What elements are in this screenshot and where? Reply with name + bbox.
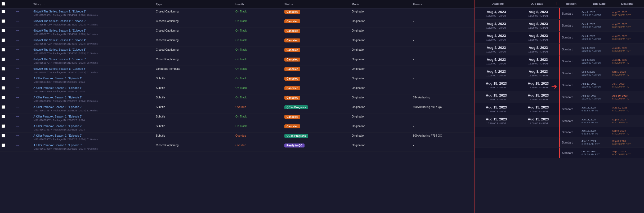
row-status-badge[interactable]: Canceled — [284, 38, 300, 42]
row-checkbox[interactable] — [2, 58, 5, 61]
row-checkbox[interactable] — [2, 115, 5, 118]
row-dot-cell[interactable]: ••• — [15, 142, 32, 152]
popup-due-time: 11:59:00 PM PDT — [518, 74, 558, 77]
row-checkbox-cell[interactable] — [0, 94, 15, 104]
row-title[interactable]: A Killer Paradox: Season 1: "Episode 1" — [33, 77, 153, 80]
row-status-badge[interactable]: QC in Progress — [284, 134, 308, 138]
row-checkbox[interactable] — [2, 144, 5, 147]
row-status-badge[interactable]: Canceled — [284, 96, 300, 100]
row-checkbox-cell[interactable] — [0, 18, 15, 28]
row-dot-cell[interactable]: ••• — [15, 114, 32, 123]
row-options-icon[interactable]: ••• — [16, 115, 19, 118]
row-dot-cell[interactable]: ••• — [15, 85, 32, 94]
row-checkbox-cell[interactable] — [0, 142, 15, 152]
row-checkbox[interactable] — [2, 134, 5, 137]
row-status-badge[interactable]: Canceled — [284, 124, 300, 128]
row-dot-cell[interactable]: ••• — [15, 133, 32, 142]
row-status-badge[interactable]: Canceled — [284, 10, 300, 14]
row-dot-cell[interactable]: ••• — [15, 8, 32, 18]
row-checkbox[interactable] — [2, 19, 5, 23]
row-checkbox-cell[interactable] — [0, 56, 15, 66]
row-options-icon[interactable]: ••• — [16, 10, 19, 13]
row-title[interactable]: A Killer Paradox: Season 1: "Episode 2" — [33, 134, 153, 137]
row-status-cell: Ready to QC — [283, 142, 350, 152]
row-checkbox[interactable] — [2, 38, 5, 42]
row-status-badge[interactable]: Canceled — [284, 77, 300, 81]
row-title[interactable]: A Killer Paradox: Season 1: "Episode 1" — [33, 86, 153, 89]
row-title[interactable]: A Killer Paradox: Season 1: "Episode 1" — [33, 96, 153, 99]
row-options-icon[interactable]: ••• — [16, 144, 19, 147]
col-health[interactable]: Health — [234, 0, 283, 8]
row-options-icon[interactable]: ••• — [16, 29, 19, 32]
row-title[interactable]: 6ixtyni9 The Series: Season 1: "Episode … — [33, 48, 153, 51]
row-checkbox[interactable] — [2, 67, 5, 71]
row-checkbox[interactable] — [2, 96, 5, 99]
row-options-icon[interactable]: ••• — [16, 105, 19, 108]
row-dot-cell[interactable]: ••• — [15, 66, 32, 75]
row-options-icon[interactable]: ••• — [16, 38, 19, 42]
row-title[interactable]: 6ixtyni9 The Series: Season 1: "Episode … — [33, 58, 153, 61]
row-options-icon[interactable]: ••• — [16, 86, 19, 89]
row-dot-cell[interactable]: ••• — [15, 123, 32, 133]
select-all-checkbox[interactable] — [2, 2, 5, 6]
row-title[interactable]: 6ixtyni9 The Series: Season 1: "Episode … — [33, 10, 153, 13]
row-checkbox-cell[interactable] — [0, 37, 15, 47]
row-checkbox-cell[interactable] — [0, 85, 15, 94]
row-status-badge[interactable]: Canceled — [284, 67, 300, 71]
row-checkbox[interactable] — [2, 86, 5, 90]
row-options-icon[interactable]: ••• — [16, 124, 19, 128]
row-checkbox-cell[interactable] — [0, 28, 15, 37]
row-options-icon[interactable]: ••• — [16, 77, 19, 80]
row-options-icon[interactable]: ••• — [16, 58, 19, 61]
row-dot-cell[interactable]: ••• — [15, 47, 32, 56]
row-title[interactable]: A Killer Paradox: Season 1: "Episode 3" — [33, 144, 153, 147]
row-status-badge[interactable]: Canceled — [284, 115, 300, 119]
row-options-icon[interactable]: ••• — [16, 134, 19, 137]
row-checkbox[interactable] — [2, 77, 5, 80]
row-dot-cell[interactable]: ••• — [15, 94, 32, 104]
row-options-icon[interactable]: ••• — [16, 96, 19, 99]
row-dot-cell[interactable]: ••• — [15, 37, 32, 47]
row-status-badge[interactable]: Canceled — [284, 86, 300, 90]
row-status-badge[interactable]: Canceled — [284, 19, 300, 23]
row-title[interactable]: A Killer Paradox: Season 1: "Episode 2" — [33, 115, 153, 118]
row-checkbox-cell[interactable] — [0, 133, 15, 142]
row-status-badge[interactable]: Canceled — [284, 29, 300, 33]
row-checkbox[interactable] — [2, 48, 5, 51]
row-title[interactable]: 6ixtyni9 The Series: Season 1: "Episode … — [33, 67, 153, 70]
row-checkbox-cell[interactable] — [0, 47, 15, 56]
row-dot-cell[interactable]: ••• — [15, 104, 32, 114]
row-title[interactable]: 6ixtyni9 The Series: Season 1: "Episode … — [33, 38, 153, 42]
col-title[interactable]: Title ↕↓ — [32, 0, 154, 8]
row-title[interactable]: 6ixtyni9 The Series: Season 1: "Episode … — [33, 19, 153, 23]
row-checkbox-cell[interactable] — [0, 123, 15, 133]
row-status-badge[interactable]: QC in Progress — [284, 105, 308, 109]
row-checkbox-cell[interactable] — [0, 66, 15, 75]
row-checkbox-cell[interactable] — [0, 114, 15, 123]
row-checkbox[interactable] — [2, 105, 5, 109]
row-checkbox[interactable] — [2, 10, 5, 13]
row-dot-cell[interactable]: ••• — [15, 28, 32, 37]
row-checkbox-cell[interactable] — [0, 104, 15, 114]
row-title[interactable]: A Killer Paradox: Season 1: "Episode 2" — [33, 105, 153, 108]
row-checkbox-cell[interactable] — [0, 8, 15, 18]
row-checkbox[interactable] — [2, 29, 5, 32]
row-options-icon[interactable]: ••• — [16, 67, 19, 70]
col-check[interactable] — [0, 0, 15, 8]
row-dot-cell[interactable]: ••• — [15, 75, 32, 85]
row-status-badge[interactable]: Canceled — [284, 48, 300, 52]
row-checkbox-cell[interactable] — [0, 75, 15, 85]
row-checkbox[interactable] — [2, 124, 5, 128]
popup-right-row: Standard Sep 4, 2023 11:29:00 AM PDT Aug… — [559, 32, 644, 43]
row-dot-cell[interactable]: ••• — [15, 18, 32, 28]
row-status-badge[interactable]: Canceled — [284, 58, 300, 62]
row-status-badge[interactable]: Ready to QC — [284, 144, 305, 147]
row-title[interactable]: 6ixtyni9 The Series: Season 1: "Episode … — [33, 29, 153, 32]
row-dot-cell[interactable]: ••• — [15, 56, 32, 66]
row-options-icon[interactable]: ••• — [16, 19, 19, 23]
row-options-icon[interactable]: ••• — [16, 48, 19, 51]
row-title[interactable]: A Killer Paradox: Season 1: "Episode 2" — [33, 124, 153, 128]
col-mode[interactable]: Mode — [350, 0, 411, 8]
col-type[interactable]: Type — [154, 0, 234, 8]
col-status[interactable]: Status — [283, 0, 350, 8]
